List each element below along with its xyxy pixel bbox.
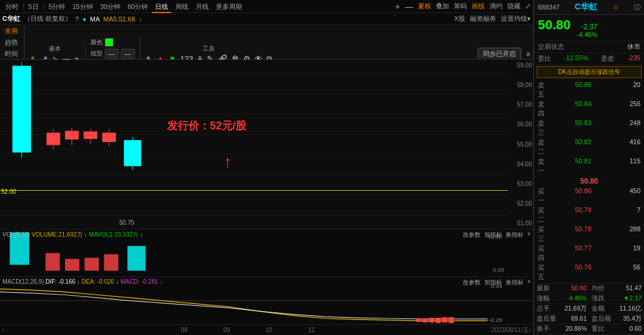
diejia-btn[interactable]: 叠加 — [436, 2, 449, 11]
rp-status-row: 交易状态 休市 — [534, 41, 644, 53]
dif-arrow: ↓ — [77, 278, 80, 285]
stat-panhoue: 盘后额 35.4万 — [589, 314, 644, 324]
fullscreen-icon[interactable]: ⤢ — [525, 2, 531, 10]
price-axis: 59.00 58.00 57.00 56.00 55.00 54.00 53.0… — [508, 60, 533, 229]
settings-btn[interactable]: 设置均线▾ — [501, 14, 531, 23]
svg-rect-29 — [429, 318, 435, 322]
svg-rect-21 — [85, 258, 99, 271]
right-panel: 688347 C华虹 ☆ ⓘ 50.80 -2.37 -4.46% 交易状态 休… — [534, 0, 644, 335]
top-bar-right: + — 夏权 叠加 筹码 画线 滴约 隐藏 ⤢ — [395, 2, 531, 11]
tab-趋势[interactable]: 趋势 — [2, 38, 20, 48]
color-picker[interactable] — [105, 38, 113, 46]
issue-price-annotation: 发行价：52元/股 — [167, 119, 246, 133]
timeframe-分时[interactable]: 分时 — [2, 0, 21, 13]
hide-btn[interactable]: 隐藏 — [507, 2, 521, 11]
tab-常用[interactable]: 常用 — [2, 26, 20, 36]
line-label: 线型 — [91, 49, 103, 58]
stat-huanshou: 换手 20.86% — [534, 324, 589, 334]
timeframe-5分钟[interactable]: 5分钟 — [45, 0, 68, 13]
financing-btn[interactable]: 融资融券 — [470, 14, 496, 23]
weibid-label: 委比 — [538, 54, 551, 63]
grid-line-6 — [0, 175, 508, 175]
svg-rect-20 — [65, 259, 79, 271]
weidiff-value: -235 — [627, 54, 640, 63]
timeframe-30分钟[interactable]: 30分钟 — [97, 0, 123, 13]
xgus-btn[interactable]: X股 — [454, 14, 465, 23]
close-toolbar-btn[interactable]: × — [526, 49, 531, 59]
rp-info-icon[interactable]: ⓘ — [634, 3, 640, 12]
rp-price-row: 50.80 -2.37 -4.46% — [534, 15, 644, 41]
vol-ma: MAVOL1:33.332万 — [89, 231, 138, 238]
vol-close-btn[interactable]: × — [527, 231, 531, 239]
timeframe-更多周期[interactable]: 更多周期 — [213, 0, 245, 13]
rp-name: C华虹 — [575, 2, 597, 13]
svg-text:-0.28: -0.28 — [489, 317, 502, 322]
weidiff-label: 委差 — [601, 54, 614, 63]
svg-rect-3 — [47, 133, 60, 145]
macd-close-btn[interactable]: × — [527, 278, 531, 287]
vol-param-btn[interactable]: 改参数 — [463, 231, 481, 239]
macd-label2: MACD: — [120, 278, 140, 285]
ma-value: MA5:52.68 — [103, 15, 135, 23]
zoom-plus[interactable]: + — [395, 2, 400, 11]
sync-btn[interactable]: 同步已开启 — [478, 48, 521, 60]
svg-rect-27 — [416, 318, 422, 322]
ma-label: MA — [90, 15, 100, 23]
zoom-minus[interactable]: — — [405, 2, 413, 11]
timeframe-月线[interactable]: 月线 — [193, 0, 212, 13]
left-price-label: 52.00 — [1, 188, 16, 195]
current-date: 2023/08/11/五 — [491, 326, 529, 334]
tab-时间[interactable]: 时间 — [2, 49, 20, 59]
buy-2: 买二 50.79 7 — [537, 206, 642, 225]
rp-star[interactable]: ☆ — [612, 3, 619, 11]
vol-switch-btn[interactable]: 换指标 — [506, 231, 524, 239]
timeframe-15分钟[interactable]: 15分钟 — [69, 0, 95, 13]
svg-rect-6 — [65, 131, 79, 139]
sell-1: 卖一 50.81 115 — [537, 157, 642, 176]
svg-rect-22 — [104, 254, 118, 271]
dif-label: DIF: — [45, 278, 57, 285]
macd-value: -0.281 — [141, 278, 158, 285]
macd-add-btn[interactable]: 加指标 — [484, 278, 502, 287]
date-11: 11 — [308, 327, 315, 333]
chouma-btn[interactable]: 筹码 — [454, 2, 467, 11]
price-56: 56.00 — [509, 121, 532, 128]
dk-banner: DK点自动提示涨跌信号 — [537, 66, 642, 78]
macd-param-btn[interactable]: 改参数 — [463, 278, 481, 287]
line-minus-btn[interactable]: — — [121, 49, 135, 58]
timeframe-60分钟[interactable]: 60分钟 — [125, 0, 151, 13]
svg-rect-23 — [128, 246, 146, 271]
dif-value: -0.166 — [58, 278, 75, 285]
buy-4: 买四 50.77 19 — [537, 244, 642, 263]
sell-2: 卖二 50.82 416 — [537, 138, 642, 157]
dea-value: -0.026 — [97, 278, 114, 285]
trade-status-value: 休市 — [627, 42, 640, 51]
diyue-btn[interactable]: 滴约 — [490, 2, 503, 11]
stat-jine: 金额 11.16亿 — [589, 304, 644, 314]
vol-controls: 改参数 加指标 换指标 × — [463, 231, 531, 239]
vol-value: VOLUME:21.692万 — [32, 231, 83, 238]
timeframe-周线[interactable]: 周线 — [172, 0, 191, 13]
volume-chart: VOL(5,10) VOLUME:21.692万 ↓ MAVOL1:33.332… — [0, 229, 533, 277]
timeframe-日线[interactable]: 日线 — [152, 0, 171, 13]
dea-label: DEA: — [82, 278, 95, 285]
macd-switch-btn[interactable]: 换指标 — [506, 278, 524, 287]
stock-question[interactable]: ? — [75, 15, 79, 23]
drawing-btn[interactable]: 画线 — [472, 2, 485, 11]
timeframe-5日[interactable]: 5日 — [26, 0, 42, 13]
dea-arrow: ↓ — [116, 278, 119, 285]
vol-header: VOL(5,10) VOLUME:21.692万 ↓ MAVOL1:33.332… — [2, 231, 143, 239]
rp-weibid-row: 委比 -12.55% 委差 -235 — [534, 53, 644, 65]
nav-right[interactable]: › — [529, 327, 531, 333]
date-09: 09 — [223, 327, 230, 333]
vol-add-btn[interactable]: 加指标 — [484, 231, 502, 239]
price-51: 51.00 — [509, 220, 532, 227]
macd-arrow: ↓ — [160, 278, 163, 285]
drawing-toolbar: 常用 趋势 时间 空间 时空 基本 ↖ ↗ ↘ — + 颜色 线型 — [0, 25, 533, 60]
svg-rect-0 — [13, 66, 31, 152]
svg-rect-19 — [45, 253, 60, 271]
line-style-btn[interactable]: — — [105, 49, 119, 58]
date-10: 10 — [266, 327, 273, 333]
fuquan-btn[interactable]: 夏权 — [418, 2, 431, 11]
rp-code: 688347 — [538, 4, 560, 11]
